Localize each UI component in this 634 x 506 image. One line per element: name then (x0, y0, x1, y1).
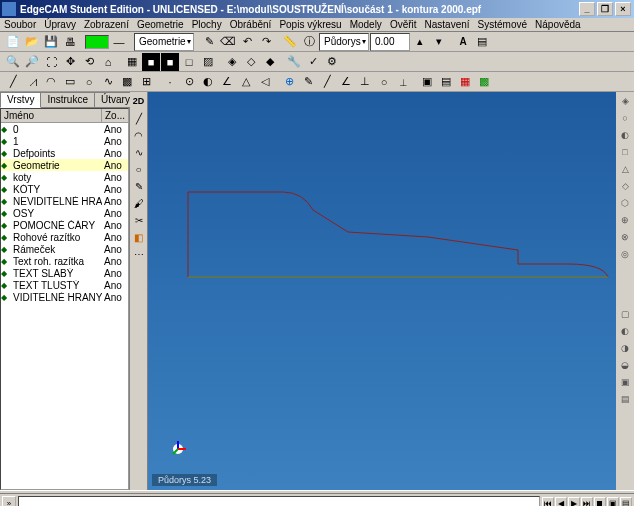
menu-plochy[interactable]: Plochy (192, 19, 222, 30)
rt-1-icon[interactable]: ◈ (618, 94, 632, 108)
value-input[interactable]: 0.00 (370, 33, 410, 51)
menu-úpravy[interactable]: Úpravy (44, 19, 76, 30)
point-icon[interactable]: · (161, 73, 179, 91)
vt-cut-icon[interactable]: ✂ (132, 213, 146, 227)
save-icon[interactable]: 💾 (42, 33, 60, 51)
dim4-icon[interactable]: ∠ (337, 73, 355, 91)
shade3-icon[interactable]: □ (180, 53, 198, 71)
zoom-in-icon[interactable]: 🔍 (4, 53, 22, 71)
pan-icon[interactable]: ✥ (61, 53, 79, 71)
measure-icon[interactable]: 📏 (281, 33, 299, 51)
tab-instrukce[interactable]: Instrukce (40, 92, 95, 108)
menu-obrábění[interactable]: Obrábění (230, 19, 272, 30)
layers-icon[interactable]: ▤ (473, 33, 491, 51)
color-swatch[interactable] (85, 35, 109, 49)
pencil-icon[interactable]: ✎ (200, 33, 218, 51)
grid2-icon[interactable]: ⊞ (137, 73, 155, 91)
layer-row[interactable]: ◆Rohové razítkoAno (1, 231, 128, 243)
menu-geometrie[interactable]: Geometrie (137, 19, 184, 30)
nav-prev-icon[interactable]: ◀ (555, 497, 567, 506)
undo-icon[interactable]: ↶ (238, 33, 256, 51)
layer-row[interactable]: ◆1Ano (1, 135, 128, 147)
rt-13-icon[interactable]: ◑ (618, 341, 632, 355)
nav-first-icon[interactable]: ⏮ (542, 497, 554, 506)
cpl2-icon[interactable]: ◇ (242, 53, 260, 71)
print-icon[interactable]: 🖶 (61, 33, 79, 51)
layer-row[interactable]: ◆NEVIDITELNÉ HRANYAno (1, 195, 128, 207)
layer-row[interactable]: ◆kotyAno (1, 171, 128, 183)
vt-circle-icon[interactable]: ○ (132, 162, 146, 176)
hatch-icon[interactable]: ▩ (118, 73, 136, 91)
close-button[interactable]: × (615, 2, 631, 16)
dim1-icon[interactable]: ⊕ (280, 73, 298, 91)
rt-9-icon[interactable]: ⊗ (618, 230, 632, 244)
maximize-button[interactable]: ❐ (597, 2, 613, 16)
linetype-icon[interactable]: — (110, 33, 128, 51)
menu-nápověda[interactable]: Nápověda (535, 19, 581, 30)
cpl1-icon[interactable]: ◈ (223, 53, 241, 71)
mode-select[interactable]: Geometrie (134, 33, 194, 51)
cpl3-icon[interactable]: ◆ (261, 53, 279, 71)
shade1-icon[interactable]: ■ (142, 53, 160, 71)
vt-pen-icon[interactable]: ✎ (132, 179, 146, 193)
grid-icon[interactable]: ▦ (123, 53, 141, 71)
menu-ověřit[interactable]: Ověřit (390, 19, 417, 30)
nav-win-icon[interactable]: ▣ (607, 497, 619, 506)
nav-last-icon[interactable]: ⏭ (581, 497, 593, 506)
vt-curve-icon[interactable]: ∿ (132, 145, 146, 159)
rt-2-icon[interactable]: ○ (618, 111, 632, 125)
snap3-icon[interactable]: ∠ (218, 73, 236, 91)
snap4-icon[interactable]: △ (237, 73, 255, 91)
text-icon[interactable]: A (454, 33, 472, 51)
op3-icon[interactable]: ▦ (456, 73, 474, 91)
tool-icon[interactable]: 🔧 (285, 53, 303, 71)
layer-row[interactable]: ◆DefpointsAno (1, 147, 128, 159)
dim5-icon[interactable]: ⊥ (356, 73, 374, 91)
zoom-out-icon[interactable]: 🔎 (23, 53, 41, 71)
down-icon[interactable]: ▾ (430, 33, 448, 51)
menu-zobrazení[interactable]: Zobrazení (84, 19, 129, 30)
arc-icon[interactable]: ◠ (42, 73, 60, 91)
open-icon[interactable]: 📂 (23, 33, 41, 51)
info-icon[interactable]: ⓘ (300, 33, 318, 51)
dim6-icon[interactable]: ○ (375, 73, 393, 91)
layer-row[interactable]: ◆POMOCNÉ ČÁRYAno (1, 219, 128, 231)
dim7-icon[interactable]: ⟂ (394, 73, 412, 91)
dim3-icon[interactable]: ╱ (318, 73, 336, 91)
home-icon[interactable]: ⌂ (99, 53, 117, 71)
vt-arc-icon[interactable]: ◠ (132, 128, 146, 142)
vt-more-icon[interactable]: ⋯ (132, 247, 146, 261)
rt-14-icon[interactable]: ◒ (618, 358, 632, 372)
rt-12-icon[interactable]: ◐ (618, 324, 632, 338)
menu-popis výkresu[interactable]: Popis výkresu (279, 19, 341, 30)
layer-row[interactable]: ◆RámečekAno (1, 243, 128, 255)
curve-icon[interactable]: ∿ (99, 73, 117, 91)
layer-row[interactable]: ◆Text roh. razítkaAno (1, 255, 128, 267)
dim2-icon[interactable]: ✎ (299, 73, 317, 91)
rt-3-icon[interactable]: ◐ (618, 128, 632, 142)
shade4-icon[interactable]: ▨ (199, 53, 217, 71)
layer-row[interactable]: ◆GeometrieAno (1, 159, 128, 171)
rt-4-icon[interactable]: □ (618, 145, 632, 159)
menu-systémové[interactable]: Systémové (478, 19, 527, 30)
rt-5-icon[interactable]: △ (618, 162, 632, 176)
zoom-fit-icon[interactable]: ⛶ (42, 53, 60, 71)
rt-15-icon[interactable]: ▣ (618, 375, 632, 389)
shade2-icon[interactable]: ■ (161, 53, 179, 71)
vt-line-icon[interactable]: ╱ (132, 111, 146, 125)
layer-row[interactable]: ◆0Ano (1, 123, 128, 135)
erase-icon[interactable]: ⌫ (219, 33, 237, 51)
menu-modely[interactable]: Modely (350, 19, 382, 30)
menu-nastavení[interactable]: Nastavení (425, 19, 470, 30)
nav-stop-icon[interactable]: ⏹ (594, 497, 606, 506)
rt-8-icon[interactable]: ⊕ (618, 213, 632, 227)
rt-6-icon[interactable]: ◇ (618, 179, 632, 193)
rt-7-icon[interactable]: ⬡ (618, 196, 632, 210)
nav-win2-icon[interactable]: ▤ (620, 497, 632, 506)
circle-icon[interactable]: ○ (80, 73, 98, 91)
op1-icon[interactable]: ▣ (418, 73, 436, 91)
vt-brush-icon[interactable]: 🖌 (132, 196, 146, 210)
layer-row[interactable]: ◆TEXT SLABÝAno (1, 267, 128, 279)
layer-row[interactable]: ◆OSYAno (1, 207, 128, 219)
op2-icon[interactable]: ▤ (437, 73, 455, 91)
